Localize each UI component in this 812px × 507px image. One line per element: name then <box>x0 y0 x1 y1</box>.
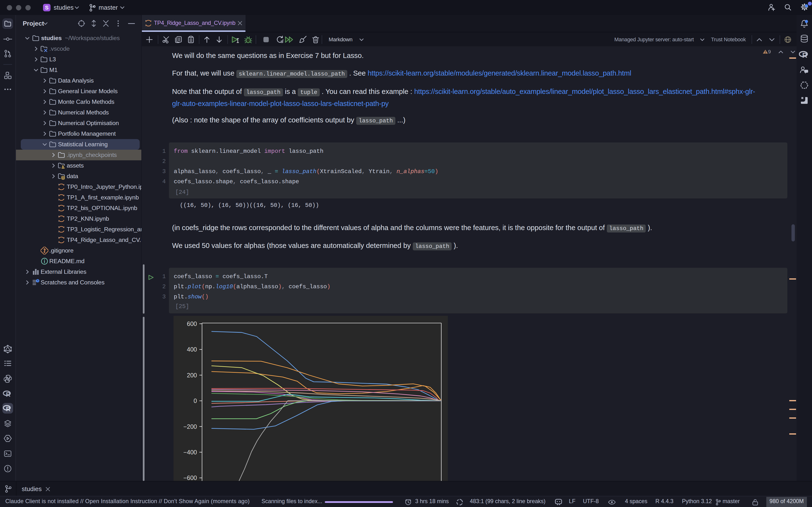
svg-text:−400: −400 <box>184 449 197 456</box>
svg-text:R: R <box>802 51 807 59</box>
svg-text:−200: −200 <box>184 423 197 430</box>
svg-text:200: 200 <box>187 372 197 379</box>
svg-text:R: R <box>6 391 10 398</box>
svg-text:0: 0 <box>194 397 197 404</box>
svg-text:400: 400 <box>187 346 197 353</box>
svg-text:−600: −600 <box>184 474 197 481</box>
svg-text:600: 600 <box>187 320 197 327</box>
svg-text:R: R <box>6 405 10 412</box>
